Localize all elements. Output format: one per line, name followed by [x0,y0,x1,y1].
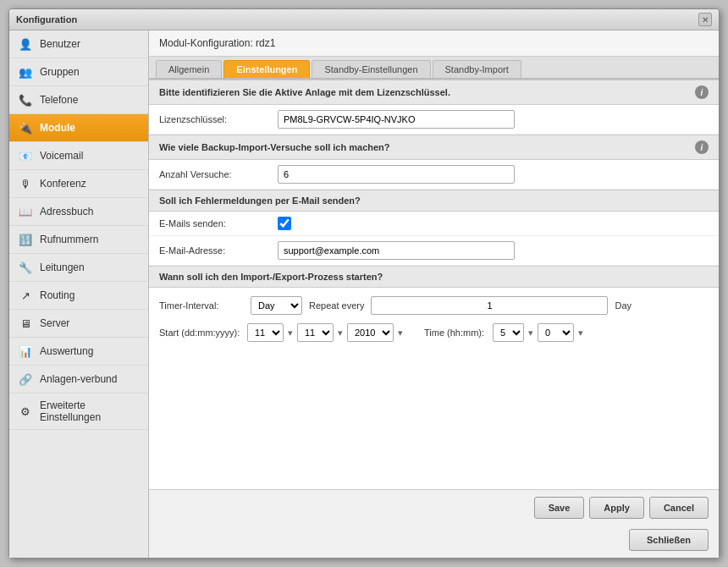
sidebar-item-gruppen[interactable]: 👥Gruppen [9,58,148,86]
close-button[interactable]: Schließen [629,529,709,551]
start-month-select[interactable]: 11 1212 [297,323,334,342]
module-header-text: Modul-Konfiguration: rdz1 [159,37,275,49]
sidebar-item-label: Erweiterte Einstellungen [40,399,140,423]
email-section-header: Soll ich Fehlermeldungen per E-Mail send… [149,190,719,212]
sidebar-item-label: Konferenz [40,178,86,190]
backup-section-body: Anzahl Versuche: [149,160,719,190]
license-header-text: Bitte identifizieren Sie die Aktive Anla… [159,87,450,97]
license-info-icon: i [695,85,709,99]
repeat-label: Repeat every [309,300,364,311]
start-year-select[interactable]: 2010 2011 2012 [347,323,394,342]
sidebar-item-server[interactable]: 🖥Server [9,310,148,338]
schedule-section-header: Wann soll ich den Import-/Export-Prozess… [149,266,719,288]
save-button[interactable]: Save [534,497,585,519]
sidebar-item-label: Anlagen-verbund [40,373,117,385]
sidebar-icon: 🎙 [18,176,33,191]
start-row: Start (dd:mm:yyyy): 11 123 ▾ 11 1212 ▾ 2… [149,320,719,345]
main-window: Konfiguration ✕ 👤Benutzer👥Gruppen📞Telefo… [8,8,720,559]
main-content: 👤Benutzer👥Gruppen📞Telefone🔌Module📧Voicem… [9,30,719,558]
sidebar-icon: 📊 [18,344,33,359]
sidebar-item-rufnummern[interactable]: 🔢Rufnummern [9,226,148,254]
sidebar-item-label: Voicemail [40,150,83,162]
sidebar-item-leitungen[interactable]: 🔧Leitungen [9,254,148,282]
sidebar-icon: 🔌 [18,120,33,135]
sidebar-item-module[interactable]: 🔌Module [9,114,148,142]
sidebar-item-routing[interactable]: ↗Routing [9,282,148,310]
sidebar-item-label: Server [40,317,69,329]
close-row: Schließen [149,526,719,558]
tabs-bar: Allgemein Einstellungen Standby-Einstell… [149,57,719,80]
sidebar-icon: 🖥 [18,316,33,331]
email-address-row: E-Mail-Adresse: [149,236,719,266]
time-minute-select[interactable]: 0 510 [538,323,574,342]
title-bar: Konfiguration ✕ [9,9,719,30]
window-title: Konfiguration [16,14,77,25]
time-hour-select[interactable]: 5 016 [493,323,524,342]
cancel-button[interactable]: Cancel [649,497,709,519]
license-label: Lizenzschlüssel: [159,114,278,124]
sidebar-item-label: Leitungen [40,261,85,273]
sidebar: 👤Benutzer👥Gruppen📞Telefone🔌Module📧Voicem… [9,30,149,558]
backup-info-icon: i [695,140,709,154]
email-send-label: E-Mails senden: [159,218,278,228]
email-send-row: E-Mails senden: [149,212,719,236]
sidebar-item-telefone[interactable]: 📞Telefone [9,86,148,114]
sidebar-item-adressbuch[interactable]: 📖Adressbuch [9,198,148,226]
license-section-body: Lizenzschlüssel: [149,105,719,135]
timer-row: Timer-Interval: Day Week Month Repeat ev… [149,291,719,320]
right-panel: Modul-Konfiguration: rdz1 Allgemein Eins… [149,30,719,558]
sidebar-item-label: Benutzer [40,38,80,50]
schedule-section-body: Timer-Interval: Day Week Month Repeat ev… [149,288,719,345]
license-row: Lizenzschlüssel: [149,105,719,135]
backup-input[interactable] [278,165,515,184]
sidebar-item-label: Module [40,122,75,134]
sidebar-item-label: Gruppen [40,66,80,78]
sidebar-icon: 👤 [18,36,33,52]
timer-interval-select[interactable]: Day Week Month [251,296,302,315]
tab-standby-einstellungen[interactable]: Standby-Einstellungen [312,60,430,78]
sidebar-item-anlagen-verbund[interactable]: 🔗Anlagen-verbund [9,366,148,394]
backup-row: Anzahl Versuche: [149,160,719,190]
sidebar-item-voicemail[interactable]: 📧Voicemail [9,142,148,170]
sidebar-item-benutzer[interactable]: 👤Benutzer [9,30,148,58]
license-section-header: Bitte identifizieren Sie die Aktive Anla… [149,80,719,105]
license-input[interactable] [278,110,515,129]
tab-einstellungen[interactable]: Einstellungen [223,60,310,78]
email-address-input[interactable] [278,241,515,260]
start-day-select[interactable]: 11 123 [247,323,284,342]
sidebar-icon: 🔢 [18,232,33,247]
sidebar-item-label: Auswertung [40,345,93,357]
sidebar-item-auswertung[interactable]: 📊Auswertung [9,338,148,366]
content-area: Bitte identifizieren Sie die Aktive Anla… [149,80,719,489]
sidebar-item-erweiterte-einstellungen[interactable]: ⚙Erweiterte Einstellungen [9,394,148,430]
sidebar-icon: 👥 [18,64,33,80]
sidebar-item-konferenz[interactable]: 🎙Konferenz [9,170,148,198]
sidebar-icon: 🔧 [18,260,33,275]
bottom-bar: Save Apply Cancel [149,489,719,526]
tab-standby-import[interactable]: Standby-Import [433,60,521,78]
backup-header-text: Wie viele Backup-Import-Versuche soll ic… [159,142,390,152]
tab-allgemein[interactable]: Allgemein [156,60,222,78]
start-label: Start (dd:mm:yyyy): [159,328,244,338]
apply-button[interactable]: Apply [589,497,644,519]
timer-label: Timer-Interval: [159,300,244,311]
sidebar-item-label: Rufnummern [40,234,98,245]
sidebar-icon: ↗ [18,288,33,303]
email-section-body: E-Mails senden: E-Mail-Adresse: [149,212,719,266]
sidebar-icon: 🔗 [18,372,33,387]
backup-section-header: Wie viele Backup-Import-Versuche soll ic… [149,135,719,160]
window-close-button[interactable]: ✕ [698,13,712,26]
module-header: Modul-Konfiguration: rdz1 [149,30,719,57]
time-label: Time (hh:mm): [424,328,484,338]
email-header-text: Soll ich Fehlermeldungen per E-Mail send… [159,195,361,206]
repeat-value-input[interactable] [371,296,608,315]
sidebar-item-label: Telefone [40,94,78,106]
email-send-checkbox[interactable] [278,217,291,230]
schedule-header-text: Wann soll ich den Import-/Export-Prozess… [159,272,383,282]
sidebar-icon: 📖 [18,204,33,219]
sidebar-item-label: Routing [40,289,74,301]
backup-label: Anzahl Versuche: [159,169,278,179]
sidebar-icon: ⚙ [18,404,33,419]
email-address-label: E-Mail-Adresse: [159,245,278,256]
repeat-unit-label: Day [615,300,631,311]
